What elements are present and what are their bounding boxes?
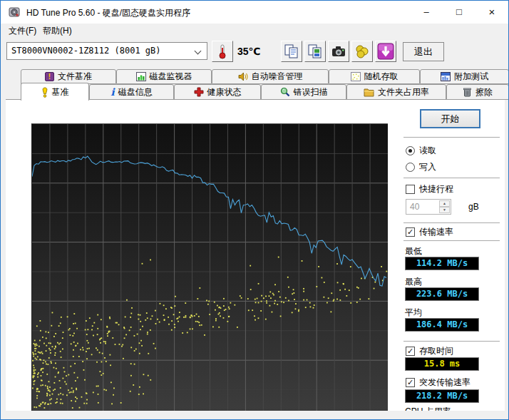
write-radio[interactable]: 写入 <box>406 161 436 173</box>
info-icon: i <box>110 88 114 97</box>
maximize-button[interactable]: □ <box>443 1 475 23</box>
donate-button[interactable] <box>351 41 373 62</box>
copy-image-icon <box>307 43 324 60</box>
drive-select[interactable]: ST8000VN0002-1Z8112 (8001 gB) <box>6 42 207 60</box>
tab-label: 附加测试 <box>454 71 488 83</box>
tab-label: 基准 <box>52 86 69 98</box>
exit-button[interactable]: 退出 <box>403 42 444 61</box>
read-label: 读取 <box>419 145 436 157</box>
stepper-down-icon[interactable]: ▼ <box>439 207 450 213</box>
disk-monitor-icon <box>136 72 146 81</box>
random-access-icon <box>351 72 361 81</box>
minimize-button[interactable]: – <box>410 1 443 23</box>
trash-icon <box>463 87 472 97</box>
drive-select-value: ST8000VN0002-1Z8112 (8001 gB) <box>11 46 161 56</box>
radio-icon <box>406 163 415 172</box>
checkbox-checked-icon: ✓ <box>406 347 415 356</box>
separator <box>403 240 500 241</box>
separator <box>403 222 500 223</box>
extra-tests-icon <box>441 72 451 81</box>
copy-report-icon <box>283 43 300 60</box>
tab-label: 擦除 <box>475 86 493 98</box>
tab-random-access[interactable]: 随机存取 <box>329 69 420 84</box>
title-bar[interactable]: HD Tune Pro 5.60 - 硬盘/固态硬盘实用程序 – □ × <box>1 1 508 24</box>
menu-bar: 文件(F) 帮助(H) <box>1 24 508 39</box>
short-stroke-value: 40 <box>410 202 419 212</box>
cpu-usage-label: CPU 占用率 <box>405 406 451 411</box>
update-button[interactable] <box>375 41 396 62</box>
toolbar: ST8000VN0002-1Z8112 (8001 gB) 35℃ <box>1 39 508 68</box>
chevron-down-icon <box>195 48 202 55</box>
tab-label: 自动噪音管理 <box>252 71 303 83</box>
transfer-rate-label: 传输速率 <box>419 226 453 238</box>
temperature-value: 35℃ <box>237 46 261 57</box>
file-benchmark-icon: ! <box>45 72 54 81</box>
write-label: 写入 <box>419 161 436 173</box>
tab-label: 随机存取 <box>364 71 399 83</box>
separator <box>403 178 500 178</box>
tab-folder-usage[interactable]: 文件夹占用率 <box>346 84 446 100</box>
download-arrow-icon <box>377 43 394 60</box>
tab-label: 磁盘信息 <box>118 86 153 98</box>
checkbox-checked-icon: ✓ <box>406 378 415 387</box>
camera-icon <box>330 43 347 60</box>
short-stroke-stepper[interactable]: 40 ▲ ▼ <box>406 199 451 215</box>
tab-benchmark-active[interactable]: 基准 <box>21 83 89 101</box>
app-window: HD Tune Pro 5.60 - 硬盘/固态硬盘实用程序 – □ × 文件(… <box>0 0 509 420</box>
copy-image-button[interactable] <box>304 41 326 62</box>
checkbox-unchecked-icon <box>406 185 415 194</box>
stepper-arrows[interactable]: ▲ ▼ <box>439 200 450 213</box>
thermometer-icon <box>214 43 231 60</box>
copy-report-button[interactable] <box>281 41 302 62</box>
tab-file-benchmark[interactable]: ! 文件基准 <box>21 69 116 84</box>
read-radio[interactable]: 读取 <box>406 145 436 157</box>
menu-file[interactable]: 文件(F) <box>4 24 41 39</box>
short-stroke-checkbox[interactable]: 快捷行程 <box>406 183 453 195</box>
benchmark-exclaim-icon <box>41 87 48 98</box>
average-value: 186.4 MB/s <box>405 318 479 332</box>
tab-erase[interactable]: 擦除 <box>446 84 509 100</box>
maximum-label: 最高 <box>405 276 422 288</box>
tab-error-scan[interactable]: 错误扫描 <box>261 84 346 100</box>
minimum-label: 最低 <box>405 245 422 257</box>
magnifier-icon <box>280 87 290 97</box>
separator <box>403 137 500 138</box>
access-time-value: 15.8 ms <box>405 357 479 371</box>
speaker-icon <box>238 72 248 81</box>
window-title: HD Tune Pro 5.60 - 硬盘/固态硬盘实用程序 <box>26 7 190 19</box>
burst-rate-checkbox[interactable]: ✓ 突发传输速率 <box>406 377 471 389</box>
tab-label: 文件夹占用率 <box>378 86 429 98</box>
app-icon <box>9 6 20 18</box>
access-time-checkbox[interactable]: ✓ 存取时间 <box>406 345 453 357</box>
benchmark-chart <box>31 123 388 411</box>
average-label: 平均 <box>405 307 422 319</box>
health-cross-icon <box>194 87 204 97</box>
tab-label: 文件基准 <box>58 71 92 83</box>
separator <box>403 341 500 342</box>
tab-label: 错误扫描 <box>294 86 328 98</box>
close-button[interactable]: × <box>475 1 508 23</box>
tab-extra-tests[interactable]: 附加测试 <box>420 69 509 84</box>
tab-health[interactable]: 健康状态 <box>174 84 261 100</box>
checkbox-checked-icon: ✓ <box>406 227 415 237</box>
maximum-value: 223.6 MB/s <box>405 287 479 301</box>
short-stroke-label: 快捷行程 <box>419 183 453 195</box>
screenshot-button[interactable] <box>328 41 349 62</box>
tab-label: 磁盘监视器 <box>150 71 192 83</box>
start-button[interactable]: 开始 <box>420 109 480 128</box>
radio-selected-icon <box>406 146 415 155</box>
tab-label: 健康状态 <box>207 86 242 98</box>
short-stroke-unit: gB <box>468 202 479 212</box>
tab-aam[interactable]: 自动噪音管理 <box>212 69 329 84</box>
coins-icon <box>354 43 371 60</box>
stepper-up-icon[interactable]: ▲ <box>439 200 450 207</box>
minimum-value: 114.2 MB/s <box>405 257 479 270</box>
tab-disk-monitor[interactable]: 磁盘监视器 <box>116 69 212 84</box>
menu-help[interactable]: 帮助(H) <box>38 24 77 39</box>
tab-disk-info[interactable]: i 磁盘信息 <box>89 84 174 100</box>
access-time-label: 存取时间 <box>419 345 453 357</box>
burst-rate-label: 突发传输速率 <box>419 377 471 389</box>
transfer-rate-checkbox[interactable]: ✓ 传输速率 <box>406 226 453 238</box>
burst-rate-value: 218.2 MB/s <box>405 389 479 403</box>
temperature-button[interactable] <box>212 41 233 62</box>
